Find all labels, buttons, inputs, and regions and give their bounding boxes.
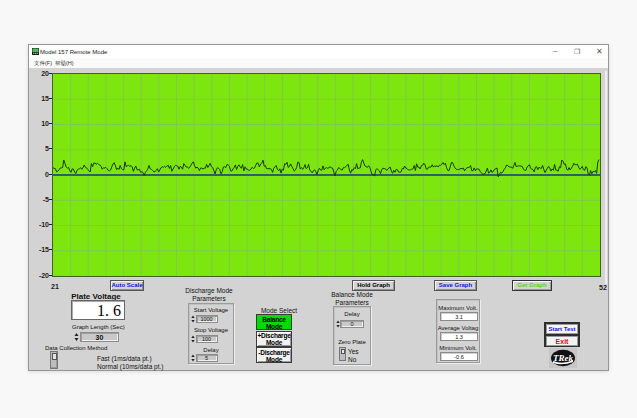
svg-text:TRek: TRek [553, 353, 573, 363]
